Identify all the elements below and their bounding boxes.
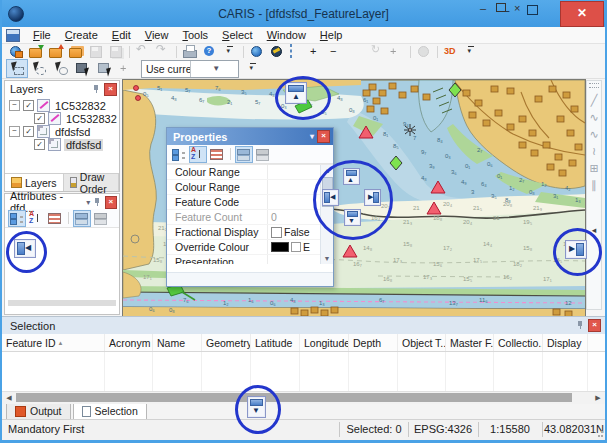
rotate-view-button[interactable]	[367, 44, 387, 60]
grid-button[interactable]	[46, 210, 64, 227]
select-zoom-button[interactable]	[116, 59, 138, 78]
layer-tree-row[interactable]: ✓1C532832	[9, 112, 119, 125]
menu-item-edit[interactable]: Edit	[106, 28, 137, 42]
column-header-longitude[interactable]: Longitude	[300, 334, 349, 351]
toolbar-overflow-2-button[interactable]	[461, 44, 481, 60]
close-button[interactable]: ✕	[560, 1, 604, 27]
menu-item-help[interactable]: Help	[314, 28, 349, 42]
draw-curve-1-icon[interactable]: ∿	[587, 109, 601, 126]
pan-right-button[interactable]: ▶	[364, 189, 381, 206]
color-swatch-white[interactable]	[291, 242, 301, 252]
toolbar-overflow-3-button[interactable]	[242, 59, 264, 78]
undo-button[interactable]	[133, 44, 153, 60]
zoom-in-button[interactable]	[307, 44, 327, 60]
zoom-previous-button[interactable]	[347, 44, 367, 60]
chevron-down-icon[interactable]: ▾	[86, 198, 90, 207]
az-button[interactable]	[27, 210, 45, 227]
scroll-up-icon[interactable]: ▲	[321, 165, 333, 176]
column-header-depth[interactable]: Depth	[349, 334, 398, 351]
column-header-name[interactable]: Name	[153, 334, 202, 351]
tree-expand-icon[interactable]: −	[9, 100, 20, 111]
menu-item-window[interactable]: Window	[261, 28, 312, 42]
help-button[interactable]	[200, 44, 220, 60]
pan-left-button[interactable]: ◀	[322, 189, 339, 206]
cat-button[interactable]	[8, 210, 26, 227]
select-by-rectangle-button[interactable]	[6, 59, 28, 78]
column-header-acronym[interactable]: Acronym	[105, 334, 153, 351]
mdi-restore-button[interactable]	[496, 2, 506, 14]
draw-curve-dashed-icon[interactable]: ≀	[587, 143, 601, 160]
zoom-selection-button[interactable]	[387, 44, 407, 60]
resize-grip[interactable]	[595, 431, 603, 439]
pan-down-button[interactable]: ▼	[344, 209, 361, 226]
property-row[interactable]: Feature Count0	[167, 210, 333, 225]
menu-item-select[interactable]: Select	[216, 28, 259, 42]
generalize-view-button[interactable]	[267, 44, 287, 60]
column-header-geometry[interactable]: Geometry	[202, 334, 251, 351]
select-add-rectangle-button[interactable]	[72, 59, 94, 78]
open-workspace-button[interactable]	[6, 44, 26, 60]
property-row[interactable]: Feature Code	[167, 195, 333, 210]
menu-item-file[interactable]: File	[27, 28, 57, 42]
value-checkbox[interactable]	[271, 227, 282, 238]
mdi-minimize-button[interactable]: –	[480, 2, 486, 14]
scroll-right-icon[interactable]: ▶	[592, 392, 604, 403]
scroll-thumb[interactable]	[16, 393, 572, 402]
mdi-close-button[interactable]: ×	[514, 2, 520, 14]
property-row[interactable]: Fractional DisplayFalse	[167, 225, 333, 240]
print-button[interactable]	[180, 44, 200, 60]
redo-button[interactable]	[153, 44, 173, 60]
property-row[interactable]: Colour Range	[167, 165, 333, 180]
properties-scrollbar[interactable]: ▲ ▼	[320, 165, 333, 264]
layer-mode-combobox[interactable]: Use current layer▼	[141, 60, 239, 78]
grid-button[interactable]	[208, 146, 226, 163]
scroll-left-icon[interactable]: ◀	[3, 392, 15, 403]
collapse-right-toolbar-button[interactable]: ◂	[587, 222, 601, 239]
layout1-button[interactable]	[235, 146, 253, 163]
selection-table-body[interactable]	[2, 352, 605, 391]
layer-tree-row[interactable]: −✓dfdsfsd	[9, 125, 119, 138]
color-swatch-black[interactable]	[271, 242, 289, 252]
select-by-point-button[interactable]	[50, 59, 72, 78]
menu-item-create[interactable]: Create	[59, 28, 104, 42]
toolbar-overflow-1-button[interactable]	[220, 44, 240, 60]
save-all-button[interactable]	[106, 44, 126, 60]
horizontal-scrollbar[interactable]: ◀ ▶	[2, 391, 605, 404]
toolbar-grip[interactable]	[589, 83, 599, 88]
column-header-display[interactable]: Display	[543, 334, 588, 351]
parallel-lines-icon[interactable]: ∥	[587, 177, 601, 194]
pin-icon[interactable]	[576, 321, 585, 330]
property-row[interactable]: Override ColourE	[167, 240, 333, 255]
dock-left-button[interactable]: ◀	[14, 239, 36, 258]
layout2-button[interactable]	[254, 146, 272, 163]
tab-layers[interactable]: Layers	[5, 174, 64, 191]
open-file-button[interactable]	[26, 44, 46, 60]
property-row[interactable]: Colour Range	[167, 180, 333, 195]
view-3d-button[interactable]	[441, 44, 461, 60]
close-icon[interactable]: ×	[105, 196, 117, 209]
copy-layer-button[interactable]	[66, 44, 86, 60]
pan-view-button[interactable]	[247, 44, 267, 60]
close-icon[interactable]: ×	[317, 130, 330, 143]
layout1-button[interactable]	[73, 210, 91, 227]
property-row[interactable]: Presentation	[167, 255, 333, 264]
maximize-button[interactable]	[523, 4, 541, 18]
layer-tree-row[interactable]: ✓dfdsfsd	[9, 138, 119, 151]
draw-line-icon[interactable]: ╱	[587, 92, 601, 109]
close-icon[interactable]: ×	[104, 83, 117, 96]
select-remove-rectangle-button[interactable]	[94, 59, 116, 78]
zoom-area-button[interactable]	[287, 44, 307, 60]
dock-top-button[interactable]: ▲	[285, 82, 307, 104]
pin-icon[interactable]	[92, 85, 101, 94]
scroll-down-icon[interactable]: ▼	[321, 253, 333, 264]
column-header-collectio[interactable]: Collectio...	[494, 334, 543, 351]
layer-checkbox[interactable]: ✓	[23, 100, 34, 111]
layer-tree-row[interactable]: −✓1C532832	[9, 99, 119, 112]
import-file-button[interactable]	[46, 44, 66, 60]
tab-draw-order[interactable]: Draw Order	[64, 174, 119, 191]
menu-item-tools[interactable]: Tools	[176, 28, 214, 42]
pin-icon[interactable]	[93, 198, 101, 207]
layout2-button[interactable]	[92, 210, 110, 227]
layer-checkbox[interactable]: ✓	[34, 113, 45, 124]
pan-up-button[interactable]: ▲	[343, 168, 360, 185]
